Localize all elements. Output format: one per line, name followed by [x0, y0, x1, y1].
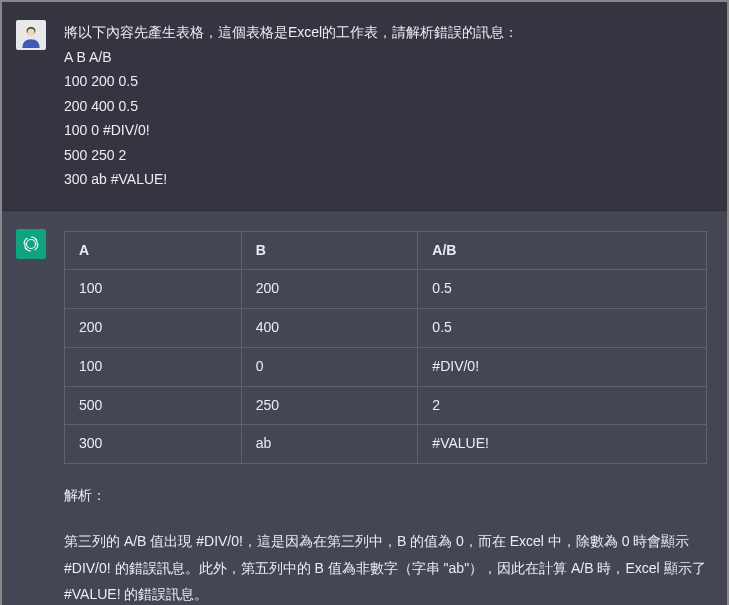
cell: 0.5 [418, 270, 707, 309]
assistant-avatar [16, 229, 46, 259]
cell: 200 [241, 270, 418, 309]
cell: 2 [418, 386, 707, 425]
user-avatar [16, 20, 46, 50]
assistant-message-content: A B A/B 100 200 0.5 200 400 0.5 100 [64, 229, 707, 606]
assistant-message: A B A/B 100 200 0.5 200 400 0.5 100 [2, 210, 727, 606]
openai-icon [21, 234, 41, 254]
cell: #DIV/0! [418, 347, 707, 386]
table-row: 100 0 #DIV/0! [65, 347, 707, 386]
cell: ab [241, 425, 418, 464]
svg-point-1 [27, 29, 34, 36]
cell: 400 [241, 309, 418, 348]
user-line: 500 250 2 [64, 143, 707, 168]
table-header-row: A B A/B [65, 231, 707, 270]
cell: 0.5 [418, 309, 707, 348]
user-line: 將以下內容先產生表格，這個表格是Excel的工作表，請解析錯誤的訊息： [64, 20, 707, 45]
cell: 250 [241, 386, 418, 425]
table-row: 300 ab #VALUE! [65, 425, 707, 464]
user-message: 將以下內容先產生表格，這個表格是Excel的工作表，請解析錯誤的訊息： A B … [2, 2, 727, 210]
person-icon [18, 22, 44, 48]
explanation-body: 第三列的 A/B 值出現 #DIV/0!，這是因為在第三列中，B 的值為 0，而… [64, 528, 707, 605]
svg-point-2 [27, 239, 36, 248]
cell: #VALUE! [418, 425, 707, 464]
col-header-ab: A/B [418, 231, 707, 270]
table-row: 200 400 0.5 [65, 309, 707, 348]
col-header-a: A [65, 231, 242, 270]
col-header-b: B [241, 231, 418, 270]
cell: 100 [65, 347, 242, 386]
user-line: 200 400 0.5 [64, 94, 707, 119]
cell: 200 [65, 309, 242, 348]
table-row: 500 250 2 [65, 386, 707, 425]
table-row: 100 200 0.5 [65, 270, 707, 309]
user-line: 100 200 0.5 [64, 69, 707, 94]
user-line: 100 0 #DIV/0! [64, 118, 707, 143]
user-line: A B A/B [64, 45, 707, 70]
cell: 100 [65, 270, 242, 309]
excel-table: A B A/B 100 200 0.5 200 400 0.5 100 [64, 231, 707, 465]
explanation-title: 解析： [64, 484, 707, 508]
cell: 500 [65, 386, 242, 425]
user-line: 300 ab #VALUE! [64, 167, 707, 192]
cell: 300 [65, 425, 242, 464]
cell: 0 [241, 347, 418, 386]
user-message-content: 將以下內容先產生表格，這個表格是Excel的工作表，請解析錯誤的訊息： A B … [64, 20, 707, 192]
